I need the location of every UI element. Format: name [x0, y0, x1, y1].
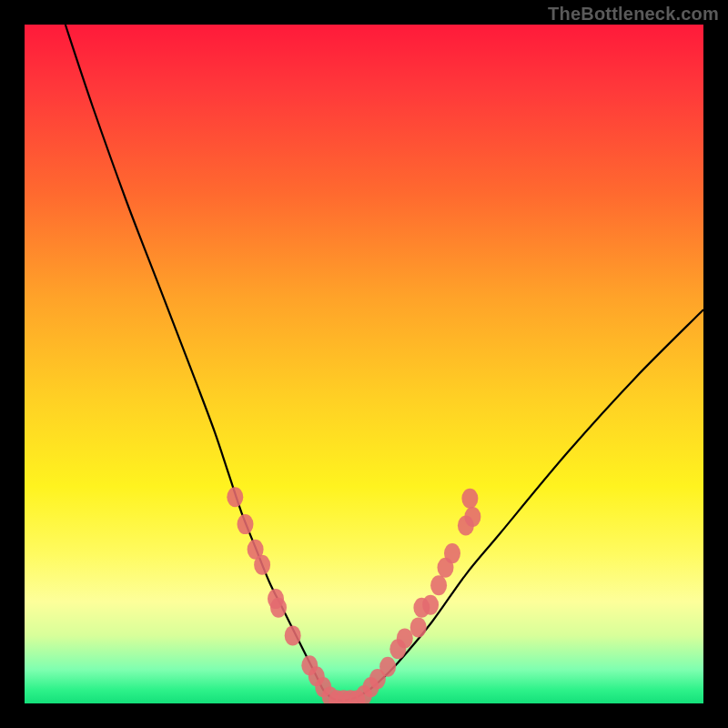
data-marker: [397, 628, 413, 648]
chart-frame: TheBottleneck.com: [0, 0, 728, 728]
data-marker: [444, 543, 460, 563]
data-marker: [410, 617, 427, 637]
data-marker: [254, 555, 270, 575]
data-marker: [461, 489, 478, 509]
data-marker: [227, 487, 243, 507]
data-marker: [422, 595, 439, 615]
data-marker: [430, 575, 447, 595]
watermark-text: TheBottleneck.com: [548, 4, 719, 25]
data-marker: [379, 657, 396, 677]
chart-svg: [25, 25, 703, 703]
bottleneck-curve: [66, 25, 703, 701]
data-marker: [238, 514, 254, 534]
data-marker: [285, 625, 301, 645]
plot-area: [25, 25, 703, 703]
data-markers: [227, 487, 480, 703]
curve-path: [66, 25, 703, 701]
data-marker: [270, 598, 287, 618]
data-marker: [464, 507, 480, 527]
